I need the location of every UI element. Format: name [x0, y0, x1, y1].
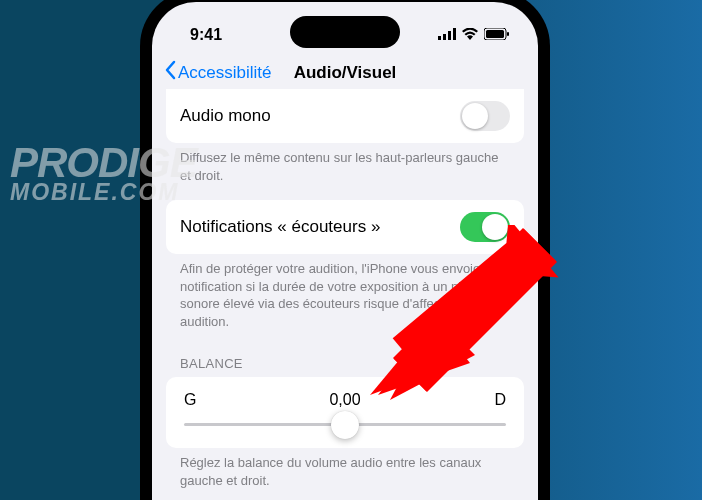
- battery-icon: [484, 26, 510, 44]
- svg-rect-3: [453, 28, 456, 40]
- balance-card: G 0,00 D: [166, 377, 524, 448]
- back-button[interactable]: Accessibilité: [164, 60, 272, 85]
- svg-rect-5: [486, 30, 504, 38]
- audio-mono-toggle[interactable]: [460, 101, 510, 131]
- chevron-left-icon: [164, 60, 176, 85]
- nav-title: Audio/Visuel: [294, 63, 397, 83]
- svg-rect-0: [438, 36, 441, 40]
- wifi-icon: [462, 26, 478, 44]
- phone-frame: 9:41 Accessibilité Audio/Visuel: [140, 0, 550, 500]
- notifications-toggle[interactable]: [460, 212, 510, 242]
- balance-left-label: G: [184, 391, 196, 409]
- balance-slider[interactable]: [184, 423, 506, 426]
- phone-screen: 9:41 Accessibilité Audio/Visuel: [152, 2, 538, 500]
- audio-mono-desc: Diffusez le même contenu sur les haut-pa…: [166, 143, 524, 200]
- notifications-label: Notifications « écouteurs »: [180, 217, 380, 237]
- cellular-icon: [438, 26, 456, 44]
- balance-slider-thumb[interactable]: [331, 411, 359, 439]
- balance-desc: Réglez la balance du volume audio entre …: [166, 448, 524, 500]
- dynamic-island: [290, 16, 400, 48]
- row-notifications-ecouteurs[interactable]: Notifications « écouteurs »: [166, 200, 524, 254]
- balance-header: BALANCE: [166, 346, 524, 377]
- svg-rect-2: [448, 31, 451, 40]
- svg-rect-1: [443, 34, 446, 40]
- audio-mono-label: Audio mono: [180, 106, 271, 126]
- balance-right-label: D: [494, 391, 506, 409]
- notifications-desc: Afin de protéger votre audition, l'iPhon…: [166, 254, 524, 346]
- svg-rect-6: [507, 32, 509, 36]
- back-label: Accessibilité: [178, 63, 272, 83]
- status-time: 9:41: [190, 26, 222, 44]
- row-audio-mono[interactable]: Audio mono: [166, 89, 524, 143]
- balance-value: 0,00: [329, 391, 360, 409]
